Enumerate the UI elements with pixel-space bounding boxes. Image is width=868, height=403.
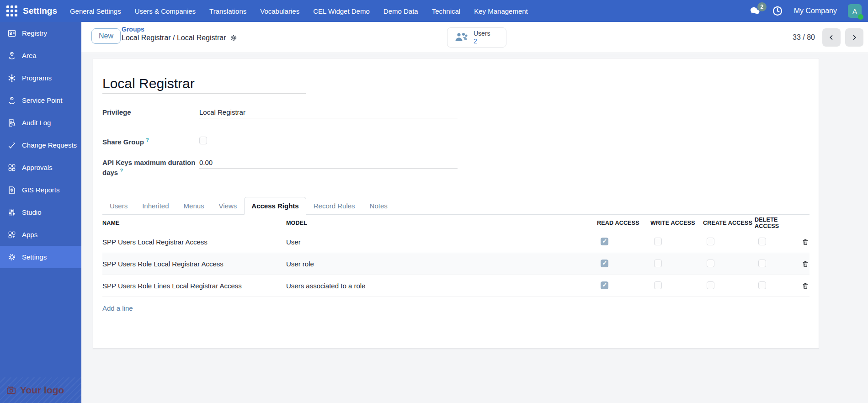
row-name: SPP Users Local Registrar Access — [102, 238, 286, 246]
form-sheet: Privilege Share Group ? API Keys maximum… — [93, 58, 819, 349]
sidebar-item-service-point[interactable]: Service Point — [0, 89, 81, 111]
apps-menu-icon[interactable] — [6, 5, 17, 16]
breadcrumb: Groups Local Registrar / Local Registrar — [122, 26, 237, 42]
col-name[interactable]: NAME — [102, 220, 286, 226]
trash-icon — [802, 282, 809, 290]
tab-menus[interactable]: Menus — [176, 197, 212, 215]
menu-translations[interactable]: Translations — [209, 7, 246, 15]
tab-record-rules[interactable]: Record Rules — [306, 197, 362, 215]
delete-row-button[interactable] — [802, 282, 809, 290]
messages-badge: 2 — [757, 2, 767, 11]
share-group-label: Share Group ? — [102, 137, 199, 147]
pager-next-button[interactable] — [845, 28, 863, 47]
read-access-checkbox[interactable] — [601, 260, 608, 267]
chevron-left-icon — [828, 34, 835, 41]
add-a-line-link[interactable]: Add a line — [102, 304, 133, 312]
tab-users[interactable]: Users — [102, 197, 135, 215]
row-model: User role — [286, 260, 597, 268]
sidebar-item-registry[interactable]: Registry — [0, 22, 81, 44]
write-access-checkbox[interactable] — [654, 281, 662, 289]
create-access-checkbox[interactable] — [707, 260, 714, 267]
sidebar-item-change-requests[interactable]: Change Requests — [0, 134, 81, 156]
api-keys-help-icon[interactable]: ? — [120, 168, 123, 173]
messages-icon[interactable]: 2 — [749, 5, 761, 16]
menu-users-companies[interactable]: Users & Companies — [135, 7, 196, 15]
share-group-help-icon[interactable]: ? — [146, 137, 149, 143]
delete-access-checkbox[interactable] — [758, 281, 766, 289]
tab-views[interactable]: Views — [212, 197, 245, 215]
delete-access-checkbox[interactable] — [758, 238, 766, 245]
company-name[interactable]: My Company — [794, 7, 837, 15]
sidebar-item-audit-log[interactable]: Audit Log — [0, 111, 81, 134]
sidebar-item-area[interactable]: Area — [0, 44, 81, 67]
gear-icon — [7, 253, 16, 262]
col-create-access[interactable]: CREATE ACCESS — [703, 220, 755, 226]
write-access-checkbox[interactable] — [654, 238, 662, 245]
top-navbar: Settings General Settings Users & Compan… — [0, 0, 868, 22]
camera-icon — [6, 386, 16, 395]
actions-gear-icon[interactable] — [230, 34, 237, 42]
sidebar-item-studio[interactable]: Studio — [0, 201, 81, 223]
notebook-tabs: Users Inherited Menus Views Access Right… — [102, 196, 809, 215]
read-access-checkbox[interactable] — [601, 281, 608, 289]
row-name: SPP Users Role Lines Local Registrar Acc… — [102, 282, 286, 290]
sliders-icon — [7, 208, 16, 217]
breadcrumb-groups-link[interactable]: Groups — [122, 26, 237, 33]
users-smart-button[interactable]: Users 2 — [447, 27, 506, 48]
navbar-menu: General Settings Users & Companies Trans… — [70, 7, 528, 15]
col-delete-access[interactable]: DELETE ACCESS — [755, 217, 802, 229]
new-button[interactable]: New — [91, 28, 121, 44]
menu-general-settings[interactable]: General Settings — [70, 7, 121, 15]
create-access-checkbox[interactable] — [707, 238, 714, 245]
pager-counter: 33 / 80 — [793, 33, 815, 42]
menu-technical[interactable]: Technical — [432, 7, 461, 15]
delete-row-button[interactable] — [802, 260, 809, 268]
col-read-access[interactable]: READ ACCESS — [597, 220, 650, 226]
privilege-input[interactable] — [199, 107, 458, 118]
api-keys-label: API Keys maximum duration days ? — [102, 158, 199, 177]
smart-button-label: Users — [474, 30, 490, 37]
pager-previous-button[interactable] — [822, 28, 841, 47]
menu-cel-widget-demo[interactable]: CEL Widget Demo — [313, 7, 370, 15]
table-row[interactable]: SPP Users Role Local Registrar Access Us… — [102, 253, 809, 275]
menu-demo-data[interactable]: Demo Data — [383, 7, 418, 15]
sidebar-item-settings[interactable]: Settings — [0, 246, 81, 268]
table-row[interactable]: SPP Users Local Registrar Access User — [102, 231, 809, 253]
delete-row-button[interactable] — [802, 238, 809, 246]
user-avatar[interactable]: A — [848, 4, 862, 18]
table-row[interactable]: SPP Users Role Lines Local Registrar Acc… — [102, 275, 809, 297]
write-access-checkbox[interactable] — [654, 260, 662, 267]
grid-plus-icon — [7, 230, 16, 239]
sidebar-logo-placeholder: Your logo — [0, 377, 81, 403]
map-doc-icon — [7, 186, 16, 195]
tab-notes[interactable]: Notes — [362, 197, 395, 215]
share-group-checkbox[interactable] — [199, 137, 207, 144]
menu-key-management[interactable]: Key Management — [474, 7, 528, 15]
sidebar-item-approvals[interactable]: Approvals — [0, 156, 81, 179]
group-name-input[interactable] — [102, 76, 306, 91]
sidebar-item-programs[interactable]: Programs — [0, 67, 81, 89]
col-model[interactable]: MODEL — [286, 220, 597, 226]
api-keys-duration-input[interactable] — [199, 158, 458, 169]
hand-coin-icon — [7, 96, 16, 105]
activities-clock-icon[interactable] — [772, 5, 783, 16]
users-group-icon — [454, 31, 469, 44]
delete-access-checkbox[interactable] — [758, 260, 766, 267]
control-panel: New Groups Local Registrar / Local Regis… — [81, 22, 868, 53]
sidebar: Registry Area Programs Service Point Aud… — [0, 22, 81, 403]
app-name[interactable]: Settings — [23, 6, 57, 16]
read-access-checkbox[interactable] — [601, 238, 608, 245]
sidebar-item-gis-reports[interactable]: GIS Reports — [0, 179, 81, 201]
doc-magnifier-icon — [7, 118, 16, 127]
trash-icon — [802, 260, 809, 268]
tab-access-rights[interactable]: Access Rights — [244, 197, 306, 215]
privilege-label: Privilege — [102, 107, 199, 117]
check-pen-icon — [7, 141, 16, 150]
tab-inherited[interactable]: Inherited — [135, 197, 176, 215]
menu-vocabularies[interactable]: Vocabularies — [260, 7, 299, 15]
col-write-access[interactable]: WRITE ACCESS — [650, 220, 703, 226]
pager: 33 / 80 — [793, 28, 863, 47]
create-access-checkbox[interactable] — [707, 281, 714, 289]
sidebar-item-apps[interactable]: Apps — [0, 223, 81, 246]
grid-blocks-icon — [7, 163, 16, 172]
